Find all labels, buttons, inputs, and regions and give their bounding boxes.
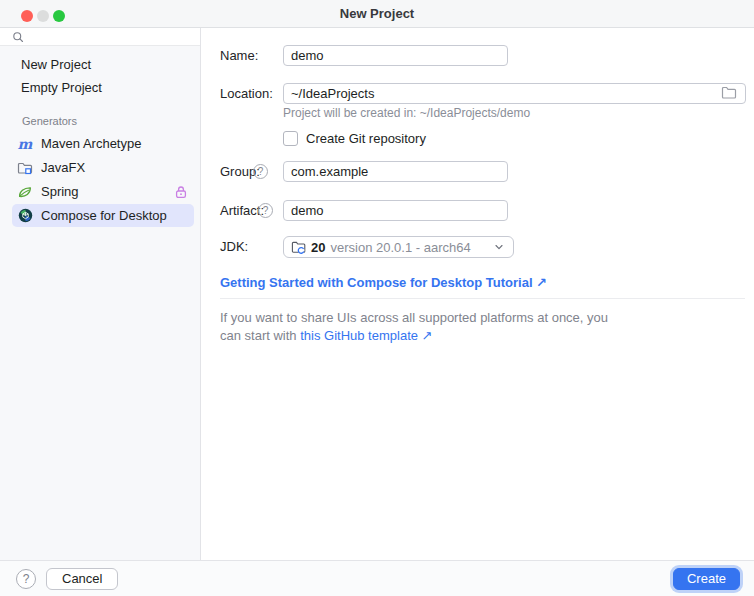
jdk-row: JDK: 20 version 20.0.1 - aarch64 xyxy=(201,236,754,258)
name-row: Name: xyxy=(201,45,754,66)
github-template-link[interactable]: this GitHub template ↗ xyxy=(300,328,432,343)
location-hint: Project will be created in: ~/IdeaProjec… xyxy=(283,106,530,120)
compose-icon xyxy=(17,208,33,224)
cancel-button[interactable]: Cancel xyxy=(46,568,118,590)
generator-label: Maven Archetype xyxy=(41,136,141,151)
share-uis-line1: If you want to share UIs across all supp… xyxy=(220,310,608,325)
jdk-version-detail: version 20.0.1 - aarch64 xyxy=(330,240,470,255)
location-label: Location: xyxy=(220,83,273,104)
jdk-version-name: 20 xyxy=(311,240,325,255)
search-icon xyxy=(12,31,24,43)
share-uis-text: If you want to share UIs across all supp… xyxy=(220,309,608,345)
artifact-input[interactable] xyxy=(283,200,508,221)
git-checkbox[interactable] xyxy=(283,131,298,146)
sidebar-item-new-project[interactable]: New Project xyxy=(0,53,200,76)
name-input[interactable] xyxy=(283,45,508,66)
group-row: Group: ? xyxy=(201,161,754,182)
generator-label: Spring xyxy=(41,184,79,199)
maven-icon: m xyxy=(17,136,33,152)
generator-label: Compose for Desktop xyxy=(41,208,167,223)
sidebar-item-empty-project[interactable]: Empty Project xyxy=(0,76,200,99)
share-uis-line2-prefix: can start with xyxy=(220,328,300,343)
generator-label: JavaFX xyxy=(41,160,85,175)
javafx-icon xyxy=(17,160,33,176)
chevron-down-icon xyxy=(493,241,505,253)
sidebar-item-javafx[interactable]: JavaFX xyxy=(12,156,194,179)
create-button[interactable]: Create xyxy=(673,568,740,590)
git-row: Create Git repository xyxy=(201,131,754,147)
git-checkbox-label: Create Git repository xyxy=(306,131,426,147)
sidebar-item-label: Empty Project xyxy=(21,80,102,95)
project-type-list: New Project Empty Project xyxy=(0,53,200,99)
tutorial-row: Getting Started with Compose for Desktop… xyxy=(201,275,754,291)
new-project-form: Name: Location: Project will be created … xyxy=(201,28,754,560)
generator-list: m Maven Archetype JavaFX xyxy=(0,132,200,227)
dialog-footer: ? Cancel Create xyxy=(0,560,754,596)
content-divider xyxy=(220,298,745,299)
search-input[interactable] xyxy=(0,28,200,46)
sidebar-item-label: New Project xyxy=(21,57,91,72)
jdk-folder-icon xyxy=(291,240,306,255)
generators-section-label: Generators xyxy=(22,115,200,127)
spring-icon xyxy=(17,184,33,200)
jdk-label: JDK: xyxy=(220,236,248,257)
sidebar-item-maven-archetype[interactable]: m Maven Archetype xyxy=(12,132,194,155)
artifact-row: Artifact: ? xyxy=(201,200,754,221)
sidebar-item-spring[interactable]: Spring xyxy=(12,180,194,203)
new-project-dialog: New Project New Project Empty Project Ge… xyxy=(0,0,754,596)
group-help-icon[interactable]: ? xyxy=(253,164,268,179)
window-title: New Project xyxy=(0,0,754,28)
jdk-dropdown[interactable]: 20 version 20.0.1 - aarch64 xyxy=(283,236,514,258)
window-titlebar: New Project xyxy=(0,0,754,28)
group-input[interactable] xyxy=(283,161,508,182)
location-row: Location: xyxy=(201,83,754,104)
sidebar-item-compose-for-desktop[interactable]: Compose for Desktop xyxy=(12,204,194,227)
location-input[interactable] xyxy=(283,83,746,104)
name-label: Name: xyxy=(220,45,258,66)
browse-folder-icon[interactable] xyxy=(721,86,737,103)
sidebar: New Project Empty Project Generators m M… xyxy=(0,28,201,560)
artifact-help-icon[interactable]: ? xyxy=(258,203,273,218)
tutorial-link[interactable]: Getting Started with Compose for Desktop… xyxy=(220,275,547,291)
lock-icon xyxy=(175,185,187,199)
help-button[interactable]: ? xyxy=(16,569,36,589)
